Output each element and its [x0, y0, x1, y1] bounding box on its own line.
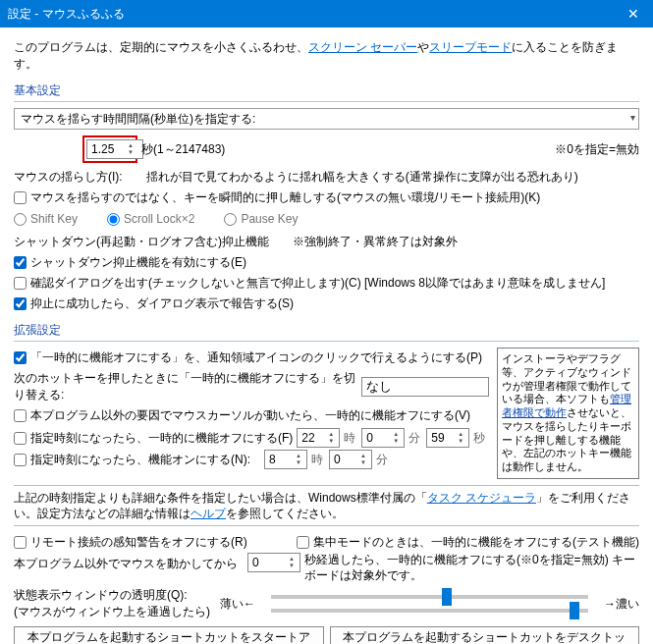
shutdown-header: シャットダウン(再起動・ログオフ含む)抑止機能 ※強制終了・異常終了は対象外 [14, 234, 639, 250]
check-time-on[interactable]: 指定時刻になったら、機能オンにする(N): [14, 452, 250, 468]
shake-method-label: マウスの揺らし方(I): [14, 169, 123, 186]
link-sleepmode[interactable]: スリープモード [429, 40, 512, 54]
btn-create-desktop-shortcut[interactable]: 本プログラムを起動するショートカットをデスクトップに作成(D) [330, 626, 640, 644]
link-help-inline[interactable]: ヘルプ [190, 507, 226, 520]
sched-note-post: を参照してください。 [226, 507, 344, 520]
check-shutdown-report[interactable]: 抑止に成功したら、ダイアログ表示で報告する(S) [14, 295, 294, 312]
opacity-slider-2[interactable] [271, 609, 588, 613]
window-title: 設定 - マウスふるふる [8, 6, 125, 23]
sched-note-pre: 上記の時刻指定よりも詳細な条件を指定したい場合は、Windows標準付属の「 [14, 491, 427, 505]
shake-method-desc: 揺れが目で見てわかるように揺れ幅を大きくする(通常操作に支障が出る恐れあり) [146, 169, 578, 186]
radio-shift-key[interactable]: Shift Key [14, 212, 78, 226]
hotkey-label: 次のホットキーを押したときに「一時的に機能オフにする」を切り替える: [14, 370, 357, 403]
check-time-off[interactable]: 指定時刻になったら、一時的に機能オフにする(F) [14, 430, 293, 447]
radio-scroll-lock[interactable]: Scroll Lock×2 [107, 212, 194, 226]
divider [14, 101, 639, 102]
check-time-off-label: 指定時刻になったら、一時的に機能オフにする(F) [30, 430, 293, 447]
idle-note: 秒経過したら、一時的に機能オフにする(※0を指定=無効) キーボードは対象外です… [304, 553, 639, 583]
scale-left: 薄い← [220, 596, 255, 613]
unit-hour: 時 [311, 452, 323, 468]
radio-pause-key[interactable]: Pause Key [224, 212, 298, 226]
radio-scroll-label: Scroll Lock×2 [124, 212, 194, 226]
spinner-buttons[interactable]: ▲▼ [458, 431, 463, 445]
check-other-cursor-label: 本プログラム以外の要因でマウスカーソルが動いたら、一時的に機能オフにする(V) [30, 407, 470, 424]
check-focus-mode[interactable]: 集中モードのときは、一時的に機能をオフにする(テスト機能) [297, 534, 639, 551]
check-remote-warn[interactable]: リモート接続の感知警告をオフにする(R) [14, 534, 247, 551]
admin-rights-infobox: インストーラやデフラグ等、アクティブなウィンドウが管理者権限で動作している場合、… [497, 348, 639, 479]
hotkey-input[interactable] [361, 377, 489, 397]
group-basic-label: 基本設定 [14, 82, 639, 99]
btn-create-startup-shortcut[interactable]: 本プログラムを起動するショートカットをスタートアップに作成(U) [14, 626, 324, 644]
spinner-buttons[interactable]: ▲▼ [296, 453, 301, 466]
check-shutdown-enable[interactable]: シャットダウン抑止機能を有効にする(E) [14, 254, 246, 271]
spinner-buttons[interactable]: ▲▼ [289, 556, 295, 569]
intro-text: このプログラムは、定期的にマウスを小さくふるわせ、スクリーン セーバーやスリープ… [14, 39, 639, 73]
interval-spinner[interactable] [86, 139, 143, 159]
interval-zero-note: ※0を指定=無効 [555, 141, 639, 158]
check-remote-warn-label: リモート接続の感知警告をオフにする(R) [30, 534, 247, 551]
interval-unit: 秒(1～2147483) [141, 141, 225, 158]
unit-hour: 時 [344, 430, 355, 447]
check-shutdown-confirm[interactable]: 確認ダイアログを出す(チェックしないと無言で抑止します)(C) [Windows… [14, 275, 605, 292]
radio-shift-label: Shift Key [30, 212, 78, 226]
check-tray-toggle[interactable]: 「一時的に機能オフにする」を、通知領域アイコンのクリックで行えるようにする(P) [14, 349, 482, 366]
opacity-sublabel: (マウスがウィンドウ上を通過したら) [14, 604, 210, 620]
unit-min: 分 [376, 452, 388, 468]
scale-right: →濃い [604, 596, 639, 613]
check-no-shake-keypress-label: マウスを揺らすのではなく、キーを瞬間的に押し離しする(マウスの無い環境/リモート… [30, 189, 540, 206]
spinner-buttons[interactable]: ▲▼ [360, 453, 366, 466]
unit-sec: 秒 [473, 430, 485, 447]
interval-spinner-highlight: ▲▼ [82, 135, 137, 163]
scheduler-note: 上記の時刻指定よりも詳細な条件を指定したい場合は、Windows標準付属の「タス… [14, 485, 639, 526]
interval-combo[interactable]: マウスを揺らす時間間隔(秒単位)を指定する: [14, 108, 639, 130]
intro-mid: や [417, 40, 429, 54]
unit-min: 分 [408, 430, 420, 447]
check-shutdown-enable-label: シャットダウン抑止機能を有効にする(E) [30, 254, 246, 271]
link-task-scheduler[interactable]: タスク スケジューラ [427, 491, 536, 505]
intro-pre: このプログラムは、定期的にマウスを小さくふるわせ、 [14, 40, 308, 54]
check-focus-mode-label: 集中モードのときは、一時的に機能をオフにする(テスト機能) [313, 534, 639, 551]
link-screensaver[interactable]: スクリーン セーバー [308, 40, 417, 54]
spinner-buttons[interactable]: ▲▼ [128, 142, 134, 156]
spinner-buttons[interactable]: ▲▼ [328, 431, 334, 445]
idle-label: 本プログラム以外でマウスを動かしてから [14, 553, 238, 572]
check-no-shake-keypress[interactable]: マウスを揺らすのではなく、キーを瞬間的に押し離しする(マウスの無い環境/リモート… [14, 189, 540, 206]
opacity-label: 状態表示ウィンドウの透明度(Q): [14, 587, 210, 604]
opacity-slider-1[interactable] [271, 595, 588, 599]
radio-pause-label: Pause Key [241, 212, 298, 226]
check-time-on-label: 指定時刻になったら、機能オンにする(N): [30, 452, 250, 468]
spinner-buttons[interactable]: ▲▼ [393, 431, 399, 445]
group-ext-label: 拡張設定 [14, 322, 639, 339]
check-shutdown-confirm-label: 確認ダイアログを出す(チェックしないと無言で抑止します)(C) [Windows… [30, 275, 605, 292]
check-other-cursor[interactable]: 本プログラム以外の要因でマウスカーソルが動いたら、一時的に機能オフにする(V) [14, 407, 470, 424]
check-tray-toggle-label: 「一時的に機能オフにする」を、通知領域アイコンのクリックで行えるようにする(P) [30, 349, 482, 366]
divider [14, 341, 639, 342]
check-shutdown-report-label: 抑止に成功したら、ダイアログ表示で報告する(S) [30, 295, 294, 312]
close-icon[interactable]: ✕ [622, 6, 645, 22]
